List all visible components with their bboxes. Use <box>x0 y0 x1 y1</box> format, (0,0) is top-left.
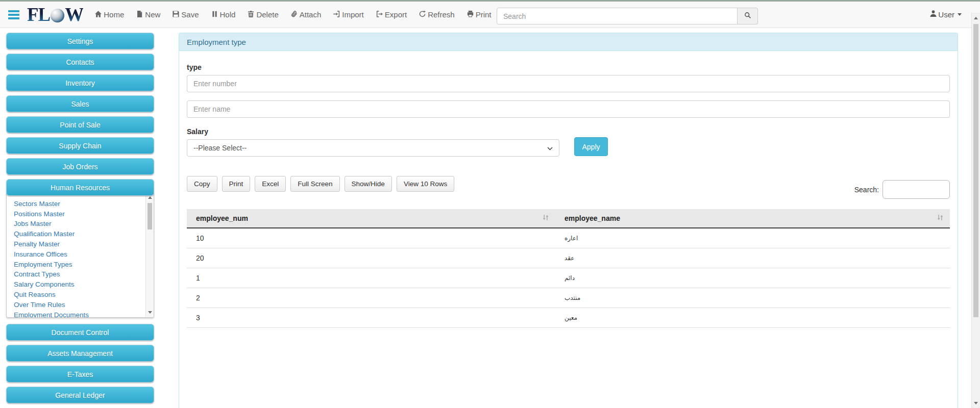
table-search-input[interactable] <box>883 180 950 199</box>
sidebar-item-settings[interactable]: Settings <box>6 33 154 49</box>
salary-label: Salary <box>187 128 950 136</box>
panel-title: Employment type <box>179 33 958 51</box>
table-search-label: Search: <box>854 186 879 194</box>
sidebar-item-contacts[interactable]: Contacts <box>6 54 154 70</box>
nav-new[interactable]: New <box>136 10 160 19</box>
submenu-positions-master[interactable]: Positions Master <box>14 209 144 219</box>
human-resources-submenu: Job Grades Sectors Master Positions Mast… <box>6 193 154 318</box>
sidebar-item-supply-chain[interactable]: Supply Chain <box>6 137 154 154</box>
home-icon <box>94 10 102 19</box>
nav-attach[interactable]: Attach <box>290 10 322 19</box>
panel-body: type Salary --Please Select-- Apply Copy… <box>179 51 958 328</box>
table-row[interactable]: 20 عقد <box>187 248 950 268</box>
employment-types-table: employee_num employee_name 10 اعاره 20 <box>187 209 950 328</box>
sidebar-item-sales[interactable]: Sales <box>6 95 154 112</box>
salary-select[interactable]: --Please Select-- <box>187 139 559 157</box>
submenu-penalty-master[interactable]: Penalty Master <box>14 239 144 249</box>
submenu-qualification-master[interactable]: Qualification Master <box>14 229 144 239</box>
table-row[interactable]: 1 دائم <box>187 268 950 288</box>
nav-home[interactable]: Home <box>94 10 124 19</box>
global-search <box>497 8 758 24</box>
nav-import[interactable]: Import <box>333 10 364 19</box>
table-row[interactable]: 3 معين <box>187 308 950 328</box>
paperclip-icon <box>290 10 298 19</box>
column-header-employee-name[interactable]: employee_name <box>555 209 950 228</box>
chevron-down-icon <box>958 13 962 16</box>
printer-icon <box>467 10 474 19</box>
sidebar-item-human-resources[interactable]: Human Resources <box>6 179 154 196</box>
nav-save[interactable]: Save <box>172 10 199 19</box>
navbar-actions: Home New Save Hold Delete Attach Import <box>94 10 491 19</box>
copy-button[interactable]: Copy <box>187 176 217 192</box>
table-row[interactable]: 2 منتدب <box>187 288 950 308</box>
number-field[interactable] <box>187 75 950 92</box>
submenu-over-time-rules[interactable]: Over Time Rules <box>14 300 144 310</box>
salary-select-value: --Please Select-- <box>193 144 247 152</box>
sidebar-item-inventory[interactable]: Inventory <box>6 74 154 91</box>
submenu-scroll-thumb[interactable] <box>148 203 152 230</box>
nav-refresh[interactable]: Refresh <box>419 10 455 19</box>
refresh-icon <box>419 10 426 19</box>
scroll-down-icon[interactable] <box>146 309 154 316</box>
scroll-down-icon[interactable] <box>972 399 980 407</box>
employment-type-panel: Employment type type Salary --Please Sel… <box>179 33 958 408</box>
sort-icon <box>937 214 943 223</box>
page-scroll-thumb[interactable] <box>973 24 978 317</box>
user-label: User <box>938 10 954 19</box>
nav-hold[interactable]: Hold <box>211 10 236 19</box>
sidebar-item-general-ledger[interactable]: General Ledger <box>6 387 154 403</box>
global-search-input[interactable] <box>497 8 738 24</box>
table-search: Search: <box>854 180 950 199</box>
top-strip <box>0 0 980 2</box>
type-label: type <box>187 63 950 71</box>
sidebar-item-point-of-sale[interactable]: Point of Sale <box>6 116 154 133</box>
excel-button[interactable]: Excel <box>255 176 286 192</box>
save-icon <box>172 10 180 19</box>
sidebar-item-document-control[interactable]: Document Control <box>6 324 154 341</box>
user-menu[interactable]: User <box>929 10 962 19</box>
datatable-toolbar: Copy Print Excel Full Screen Show/Hide V… <box>187 176 950 199</box>
apply-button[interactable]: Apply <box>574 137 608 156</box>
table-header-row: employee_num employee_name <box>187 209 950 228</box>
sidebar: Settings Contacts Inventory Sales Point … <box>6 33 154 407</box>
print-button[interactable]: Print <box>222 176 251 192</box>
logo-text-w: W <box>65 4 83 26</box>
sidebar-item-job-orders[interactable]: Job Orders <box>6 158 154 175</box>
submenu-salary-components[interactable]: Salary Components <box>14 279 144 290</box>
sort-icon <box>543 214 549 223</box>
sidebar-item-assets-management[interactable]: Assets Management <box>6 345 154 362</box>
submenu-insurance-offices[interactable]: Insurance Offices <box>14 249 144 260</box>
submenu-quit-reasons[interactable]: Quit Reasons <box>14 290 144 300</box>
pause-icon <box>211 10 218 19</box>
import-icon <box>333 10 340 19</box>
submenu-scrollbar[interactable] <box>145 193 154 317</box>
column-header-employee-num[interactable]: employee_num <box>187 209 555 228</box>
page-scrollbar[interactable] <box>971 13 980 408</box>
top-navbar: FL W Home New Save Hold Delete Attach <box>0 2 980 28</box>
nav-delete[interactable]: Delete <box>247 10 278 19</box>
nav-export[interactable]: Export <box>376 10 407 19</box>
user-icon <box>929 10 937 19</box>
name-field[interactable] <box>187 100 950 118</box>
submenu-jobs-master[interactable]: Jobs Master <box>14 219 144 229</box>
submenu-contract-types[interactable]: Contract Types <box>14 269 144 279</box>
table-row[interactable]: 10 اعاره <box>187 228 950 248</box>
select-chevron-icon <box>547 144 553 152</box>
global-search-button[interactable] <box>738 8 758 24</box>
trash-icon <box>247 10 255 19</box>
app-logo[interactable]: FL W <box>27 4 83 26</box>
submenu-sectors-master[interactable]: Sectors Master <box>14 199 144 209</box>
view-rows-button[interactable]: View 10 Rows <box>397 176 454 192</box>
sidebar-item-e-taxes[interactable]: E-Taxes <box>6 366 154 382</box>
new-file-icon <box>136 10 143 19</box>
export-icon <box>376 10 383 19</box>
nav-print[interactable]: Print <box>467 10 492 19</box>
show-hide-button[interactable]: Show/Hide <box>345 176 392 192</box>
logo-text-fl: FL <box>27 4 50 26</box>
scroll-up-icon[interactable] <box>972 14 980 22</box>
full-screen-button[interactable]: Full Screen <box>290 176 339 192</box>
submenu-employment-documents[interactable]: Employment Documents <box>14 310 144 318</box>
submenu-employment-types[interactable]: Employment Types <box>14 260 144 270</box>
menu-icon[interactable] <box>8 10 19 19</box>
globe-icon <box>51 9 64 22</box>
